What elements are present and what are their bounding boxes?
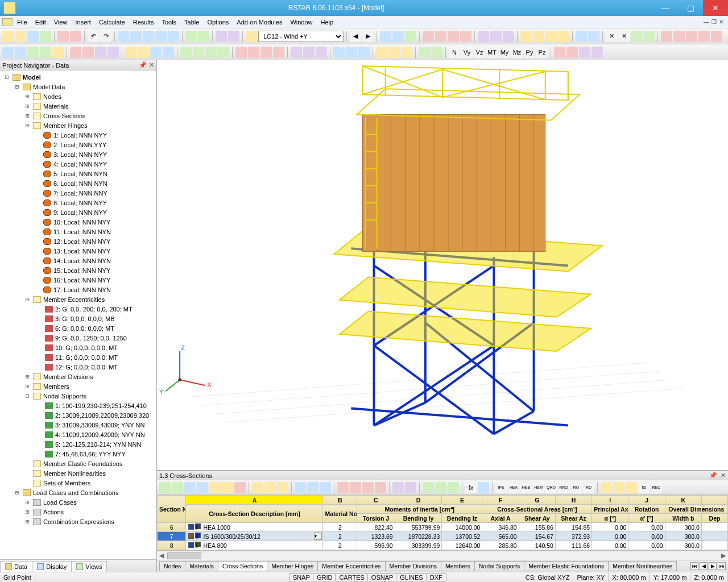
redo-icon[interactable] xyxy=(70,31,81,42)
col-j[interactable]: Torsion J xyxy=(357,514,395,523)
zoom-fit-icon[interactable] xyxy=(155,31,167,42)
tree-hinge-item[interactable]: 17: Local; NNN NYN xyxy=(1,285,155,294)
status-toggle[interactable]: CARTES xyxy=(335,573,368,581)
tree-nodes[interactable]: Nodes xyxy=(43,93,61,100)
tree-hinge-item[interactable]: 3: Local; NNN NYY xyxy=(1,149,155,159)
status-toggle[interactable]: DXF xyxy=(426,573,446,581)
table-pin-icon[interactable]: 📌 xyxy=(709,472,717,479)
tt23-icon[interactable] xyxy=(478,482,489,493)
col-letter-i[interactable]: I xyxy=(592,496,628,505)
b4-icon[interactable] xyxy=(40,47,51,58)
col-w[interactable]: Width b xyxy=(665,514,701,523)
t6-icon[interactable] xyxy=(490,31,502,42)
b22-icon[interactable] xyxy=(291,47,302,58)
col-letter-l[interactable] xyxy=(701,496,727,505)
tree-support-item[interactable]: 5: 120-125,210-214; YYN NNN xyxy=(1,439,155,449)
b10-icon[interactable] xyxy=(125,47,136,58)
b29-icon[interactable] xyxy=(388,47,400,58)
t3-icon[interactable] xyxy=(448,31,459,42)
tt13-icon[interactable] xyxy=(320,482,331,493)
menu-insert[interactable]: Insert xyxy=(72,18,94,27)
b9-icon[interactable] xyxy=(107,47,119,58)
status-toggle[interactable]: OSNAP xyxy=(367,573,398,581)
sec-qro-icon[interactable]: QRO xyxy=(545,482,557,493)
col-letter-a[interactable]: A xyxy=(186,496,323,505)
tree-ecc-item[interactable]: 10: G; 0,0,0; 0,0,0; MT xyxy=(1,343,155,352)
next-icon[interactable]: ▶ xyxy=(362,31,374,42)
tree-hinge-item[interactable]: 5: Local; NNN NYN xyxy=(1,169,155,178)
results-icon[interactable] xyxy=(405,31,416,42)
mdi-close[interactable]: ✕ xyxy=(719,19,723,25)
sec-rro-icon[interactable]: RRO xyxy=(558,482,569,493)
t12-icon[interactable] xyxy=(576,31,587,42)
app-menu-icon[interactable] xyxy=(2,18,13,26)
tree-hinge-item[interactable]: 13: Local; NNN NYY xyxy=(1,246,155,256)
b41-icon[interactable] xyxy=(554,47,565,58)
col-mat[interactable]: Material No. xyxy=(323,505,357,523)
tab-prev-icon[interactable]: ◀ xyxy=(700,562,708,570)
col-group-dim[interactable]: Overall Dimensions xyxy=(665,505,727,514)
3d-viewport[interactable]: Z X Y xyxy=(157,60,728,471)
fx-icon[interactable]: fx xyxy=(465,482,477,493)
t20-icon[interactable] xyxy=(686,31,697,42)
b36-icon[interactable]: MT xyxy=(486,47,498,58)
calc2-icon[interactable] xyxy=(392,31,404,42)
tree-materials[interactable]: Materials xyxy=(43,103,69,110)
t7-icon[interactable] xyxy=(503,31,514,42)
col-group-moments[interactable]: Moments of inertia [cm⁴] xyxy=(357,505,482,514)
tree-members[interactable]: Members xyxy=(43,383,69,390)
tree-hinge-item[interactable]: 8: Local; NNN NYY xyxy=(1,198,155,207)
col-a[interactable]: Axial A xyxy=(482,514,519,523)
mdi-restore[interactable]: ❐ xyxy=(712,19,717,25)
minimize-button[interactable]: — xyxy=(653,0,678,16)
tt22-icon[interactable] xyxy=(448,482,459,493)
b44-icon[interactable] xyxy=(592,47,603,58)
tree-root[interactable]: Model xyxy=(23,74,41,81)
menu-file[interactable]: File xyxy=(14,18,31,27)
b33-icon[interactable]: N xyxy=(449,47,460,58)
table-row[interactable]: 6IHEA 1000 2 822.40553799.9914000.00 346… xyxy=(158,523,728,532)
b17-icon[interactable] xyxy=(218,47,229,58)
cross-sections-grid[interactable]: Section No. A B C D E F G H I J K Cross-… xyxy=(157,495,728,551)
b30-icon[interactable] xyxy=(401,47,412,58)
tree-hinge-item[interactable]: 12: Local; NNN NYY xyxy=(1,236,155,246)
t18-icon[interactable] xyxy=(661,31,672,42)
menu-edit[interactable]: Edit xyxy=(32,18,49,27)
tree-hinge-item[interactable]: 9: Local; NNN NYY xyxy=(1,207,155,217)
t1-icon[interactable] xyxy=(423,31,434,42)
b20-icon[interactable] xyxy=(260,47,272,58)
undo-icon[interactable] xyxy=(57,31,69,42)
tree-ecc-item[interactable]: 9: G; 0,0,-1250; 0,0,-1250 xyxy=(1,333,155,343)
sec-u-icon[interactable] xyxy=(626,482,637,493)
navigator-tree[interactable]: ⊟Model ⊟Model Data ⊞Nodes ⊞Materials ⊞Cr… xyxy=(0,70,156,559)
col-iz[interactable]: Bending Iz xyxy=(442,514,482,523)
tree-support-item[interactable]: 1: 190-199,230-239,251-254,410 xyxy=(1,401,155,410)
save-icon[interactable] xyxy=(27,31,39,42)
col-section-no[interactable]: Section No. xyxy=(158,496,186,523)
t9-icon[interactable] xyxy=(533,31,544,42)
col-group-areas[interactable]: Cross-Sectional Areas [cm²] xyxy=(482,505,592,514)
t8-icon[interactable] xyxy=(520,31,532,42)
close-button[interactable]: ✕ xyxy=(703,0,728,16)
status-toggle[interactable]: GLINES xyxy=(396,573,427,581)
tree-support-item[interactable]: 3: 31009,33009,43009; YNY NN xyxy=(1,420,155,430)
sec-t-icon[interactable] xyxy=(601,482,612,493)
tree-ecc-item[interactable]: 12: G; 0,0,0; 0,0,0; MT xyxy=(1,362,155,372)
t14-icon[interactable]: ✕ xyxy=(606,31,617,42)
col-group-rot[interactable]: Rotation xyxy=(628,505,665,514)
col-letter-k[interactable]: K xyxy=(665,496,701,505)
sec-hem-icon[interactable]: HEM xyxy=(533,482,544,493)
sun-icon[interactable] xyxy=(246,31,257,42)
tree-support-item[interactable]: 7: 45,48,63,66; YYY NYY xyxy=(1,449,155,459)
t15-icon[interactable]: ✕ xyxy=(618,31,630,42)
tree-act[interactable]: Actions xyxy=(43,509,64,516)
tree-mef[interactable]: Member Elastic Foundations xyxy=(43,460,122,467)
new-icon[interactable] xyxy=(2,31,14,42)
status-toggle[interactable]: GRID xyxy=(313,573,337,581)
b37-icon[interactable]: My xyxy=(499,47,510,58)
open-icon[interactable] xyxy=(15,31,26,42)
col-desc[interactable]: Cross-Section Description [mm] xyxy=(186,505,323,523)
b42-icon[interactable] xyxy=(566,47,578,58)
sec-hea-icon[interactable]: HEA xyxy=(508,482,519,493)
tree-hinge-item[interactable]: 16: Local; NNN NYY xyxy=(1,275,155,285)
